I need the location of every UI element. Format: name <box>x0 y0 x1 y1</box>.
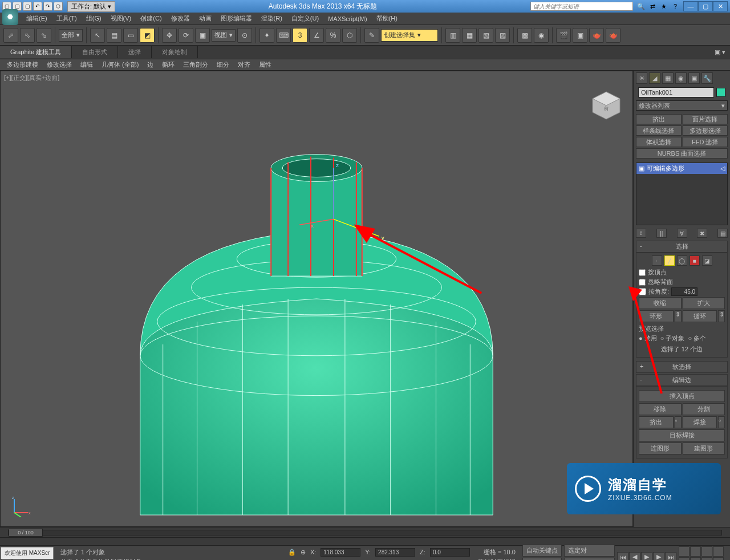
render-prod-icon[interactable]: 🫖 <box>606 28 620 43</box>
motion-tab-icon[interactable]: ◉ <box>675 72 687 84</box>
coord-z[interactable]: 0.0 <box>430 548 470 557</box>
ribbon-expand-icon[interactable]: ▣ ▾ <box>710 48 730 56</box>
align-icon[interactable]: ▦ <box>462 28 477 43</box>
rollout-selection[interactable]: 选择 <box>636 241 728 253</box>
select-name-icon[interactable]: ▤ <box>107 28 121 43</box>
exchange-icon[interactable]: ⇄ <box>648 2 657 11</box>
subribbon-modsel[interactable]: 修改选择 <box>43 60 75 70</box>
extrude-settings-icon[interactable]: ▫ <box>675 416 682 428</box>
btn-nurbs[interactable]: NURBS 曲面选择 <box>636 148 728 159</box>
menu-views[interactable]: 视图(V) <box>106 13 136 24</box>
search-icon[interactable]: 🔍 <box>636 2 646 11</box>
stack-editable-poly[interactable]: ▣ 可编辑多边形 ◁ <box>636 163 727 174</box>
menu-group[interactable]: 组(G) <box>82 13 106 24</box>
coord-mode-icon[interactable]: ⊕ <box>301 549 306 556</box>
spinner-snap-icon[interactable]: ⬡ <box>342 28 357 43</box>
play-icon[interactable]: ▶ <box>641 552 652 561</box>
btn-remove[interactable]: 移除 <box>639 403 682 415</box>
angle-snap-icon[interactable]: ∠ <box>309 28 324 43</box>
btn-extrude[interactable]: 挤出 <box>636 114 682 124</box>
selected-set[interactable]: 选定对 <box>564 545 615 557</box>
weld-settings-icon[interactable]: ▫ <box>718 416 725 428</box>
chk-byvertex[interactable] <box>639 269 646 276</box>
menu-render[interactable]: 渲染(R) <box>257 13 287 24</box>
zoom-all-icon[interactable] <box>701 546 712 557</box>
fov-icon[interactable] <box>679 557 690 560</box>
pivot-icon[interactable]: ⊙ <box>237 28 252 43</box>
btn-grow[interactable]: 扩大 <box>683 297 725 309</box>
unlink-icon[interactable]: ⬁ <box>20 28 35 43</box>
btn-createshape[interactable]: 建图形 <box>683 443 725 455</box>
qat-undo-icon[interactable]: ↶ <box>33 2 42 11</box>
btn-extrude2[interactable]: 挤出 <box>639 416 674 428</box>
selection-filter-dropdown[interactable]: 全部 ▾ <box>59 29 83 42</box>
goto-end-icon[interactable]: ⏭ <box>665 552 676 561</box>
ribbon-tab-paint[interactable]: 对象绘制 <box>152 46 198 58</box>
btn-targetweld[interactable]: 目标焊接 <box>639 429 725 441</box>
subribbon-edit[interactable]: 编辑 <box>77 60 96 70</box>
menu-edit[interactable]: 编辑(E) <box>22 13 52 24</box>
walk-icon[interactable] <box>701 557 712 560</box>
help-search-input[interactable] <box>530 2 633 11</box>
welcome-tab[interactable]: 欢迎使用 MAXScr <box>1 547 54 559</box>
menu-help[interactable]: 帮助(H) <box>372 13 402 24</box>
btn-split[interactable]: 分割 <box>683 403 725 415</box>
configure-icon[interactable]: ▤ <box>717 229 728 238</box>
time-slider[interactable]: 0 / 100 <box>0 527 730 537</box>
qat-redo-icon[interactable]: ↷ <box>43 2 52 11</box>
material-icon[interactable]: ◉ <box>534 28 549 43</box>
subribbon-edge[interactable]: 边 <box>144 60 157 70</box>
manipulate-icon[interactable]: ✦ <box>259 28 274 43</box>
remove-mod-icon[interactable]: ✖ <box>697 229 707 238</box>
select-icon[interactable]: ↖ <box>90 28 105 43</box>
show-end-icon[interactable]: || <box>656 229 667 238</box>
modify-tab-icon[interactable]: ◢ <box>649 72 660 84</box>
subribbon-align[interactable]: 对齐 <box>234 60 254 70</box>
auto-key-button[interactable]: 自动关键点 <box>522 545 562 557</box>
ribbon-tab-select[interactable]: 选择 <box>118 46 152 58</box>
border-icon[interactable]: ◯ <box>677 255 687 266</box>
maximize-button[interactable]: ▢ <box>698 1 713 11</box>
menu-create[interactable]: 创建(C) <box>136 13 166 24</box>
modifier-stack[interactable]: ▣ 可编辑多边形 ◁ <box>636 163 728 225</box>
btn-ffdsel[interactable]: FFD 选择 <box>683 137 728 147</box>
btn-facesel[interactable]: 面片选择 <box>683 114 728 124</box>
menu-tools[interactable]: 工具(T) <box>52 13 82 24</box>
ref-coord-dropdown[interactable]: 视图 ▾ <box>212 29 236 42</box>
time-slider-thumb[interactable]: 0 / 100 <box>9 529 43 537</box>
render-frame-icon[interactable]: ▣ <box>573 28 587 43</box>
schematic-icon[interactable]: ▩ <box>517 28 532 43</box>
btn-bridge[interactable]: 连图形 <box>639 443 682 455</box>
maximize-vp-icon[interactable] <box>713 557 724 560</box>
mirror-icon[interactable]: ▥ <box>445 28 460 43</box>
app-menu-icon[interactable]: ⬣ <box>2 9 18 25</box>
coord-y[interactable]: 282.313 <box>375 548 415 557</box>
keyboard-icon[interactable]: ⌨ <box>276 28 291 43</box>
subribbon-geomall[interactable]: 几何体 (全部) <box>98 60 142 70</box>
select-region-icon[interactable]: ▭ <box>123 28 138 43</box>
btn-loop[interactable]: 循环 <box>683 310 717 322</box>
close-button[interactable]: ✕ <box>713 1 728 11</box>
ribbon-tab-graphite[interactable]: Graphite 建模工具 <box>0 46 72 58</box>
workspace-dropdown[interactable]: 工作台: 默认 ▾ <box>67 1 115 12</box>
qat-link-icon[interactable]: ⬡ <box>54 2 63 11</box>
qat-save-icon[interactable]: ▢ <box>23 2 32 11</box>
subribbon-props[interactable]: 属性 <box>256 60 275 70</box>
pin-stack-icon[interactable]: ⟟ <box>636 229 646 238</box>
rotate-icon[interactable]: ⟳ <box>179 28 193 43</box>
modifier-list-dropdown[interactable]: 修改器列表▾ <box>636 100 728 111</box>
goto-start-icon[interactable]: ⏮ <box>617 552 628 561</box>
next-frame-icon[interactable]: ▶ <box>653 552 664 561</box>
btn-polysel[interactable]: 多边形选择 <box>683 125 728 136</box>
object-name-field[interactable] <box>638 87 714 98</box>
menu-maxscript[interactable]: MAXScript(M) <box>323 14 371 23</box>
orbit-icon[interactable] <box>690 557 701 560</box>
btn-weld[interactable]: 焊接 <box>683 416 717 428</box>
display-tab-icon[interactable]: ▣ <box>688 72 700 84</box>
help-icon[interactable]: ? <box>671 2 680 11</box>
subribbon-loop[interactable]: 循环 <box>159 60 178 70</box>
prev-frame-icon[interactable]: ◀ <box>629 552 640 561</box>
make-unique-icon[interactable]: ∀ <box>677 229 687 238</box>
subribbon-subdiv[interactable]: 细分 <box>213 60 233 70</box>
layers-icon[interactable]: ▧ <box>478 28 493 43</box>
